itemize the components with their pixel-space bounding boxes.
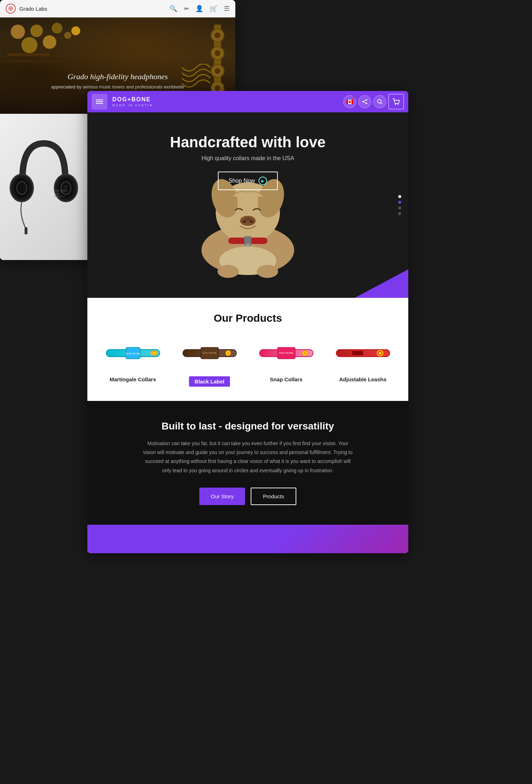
svg-point-13 bbox=[17, 182, 27, 194]
hamburger-icon bbox=[96, 98, 103, 105]
product-image-leash bbox=[328, 335, 398, 371]
svg-line-28 bbox=[364, 100, 366, 101]
svg-point-40 bbox=[242, 220, 246, 223]
products-section: Our Products DOG+BO bbox=[87, 298, 408, 401]
purple-wave-decoration bbox=[355, 269, 408, 298]
workshop-circle bbox=[21, 37, 37, 53]
svg-point-63 bbox=[304, 352, 306, 354]
menu-icon[interactable]: ☰ bbox=[224, 5, 230, 12]
scroll-dot-1[interactable] bbox=[398, 195, 401, 198]
built-heading: Built to last - designed for versatility bbox=[109, 421, 387, 432]
dogbone-logo-sub: MADE IN AUSTIN bbox=[112, 103, 343, 107]
svg-point-26 bbox=[362, 101, 364, 102]
workshop-circle bbox=[30, 25, 43, 37]
shop-now-button[interactable]: Shop Now ▶ bbox=[218, 172, 278, 190]
svg-point-30 bbox=[378, 100, 381, 103]
product-label-leash: Adjustable Leashs bbox=[328, 376, 398, 382]
grado-hero-subtext: appreciated by serious music lovers and … bbox=[0, 84, 235, 90]
built-description: Motivation can take you far, but it can … bbox=[141, 439, 355, 475]
scroll-dot-3[interactable] bbox=[398, 207, 401, 209]
svg-text:DOG+BONE: DOG+BONE bbox=[203, 352, 217, 354]
workshop-circle bbox=[52, 23, 62, 34]
svg-point-47 bbox=[257, 265, 278, 278]
product-label-snap: Snap Collars bbox=[251, 376, 321, 382]
svg-text:SR8: SR8 bbox=[55, 193, 60, 195]
workshop-circle bbox=[43, 35, 56, 49]
headphone-image: THE PRES SR8 0. GRADO LA bbox=[0, 114, 87, 260]
svg-line-31 bbox=[381, 103, 382, 104]
search-icon[interactable] bbox=[373, 95, 386, 108]
workshop-circle bbox=[11, 25, 25, 39]
product-image-martingale: DOG+BONE bbox=[98, 335, 168, 371]
product-grid: DOG+BONE Martingale Collars bbox=[98, 335, 398, 387]
hero-text-block: Handcrafted with love High quality colla… bbox=[87, 134, 408, 190]
scroll-dot-2[interactable] bbox=[398, 201, 401, 204]
dogbone-window: DOG+BONE MADE IN AUSTIN 🇨🇦 bbox=[87, 91, 408, 553]
svg-rect-52 bbox=[151, 351, 157, 355]
svg-text:DOG+BONE: DOG+BONE bbox=[279, 352, 293, 354]
scroll-dot-4[interactable] bbox=[398, 212, 401, 215]
svg-point-41 bbox=[250, 220, 253, 223]
svg-text:0.: 0. bbox=[61, 192, 63, 194]
workshop-circle bbox=[64, 32, 71, 39]
dogbone-navbar: DOG+BONE MADE IN AUSTIN 🇨🇦 bbox=[87, 91, 408, 112]
svg-line-29 bbox=[364, 102, 366, 103]
hamburger-button[interactable] bbox=[92, 94, 107, 110]
grado-logo bbox=[6, 4, 16, 14]
hero-heading: Handcrafted with love bbox=[87, 134, 408, 151]
svg-point-27 bbox=[366, 103, 367, 104]
svg-point-67 bbox=[379, 352, 382, 355]
cart-icon[interactable]: 🛒 bbox=[210, 5, 218, 12]
product-image-blacklabel: DOG+BONE bbox=[175, 335, 244, 371]
share-icon[interactable]: ⤔ bbox=[184, 5, 189, 12]
headphone-art: THE PRES SR8 0. GRADO LA bbox=[8, 136, 80, 238]
grado-nav: 🔍 ⤔ 👤 🛒 ☰ bbox=[169, 5, 230, 12]
cart-button[interactable] bbox=[388, 94, 404, 110]
workshop-table bbox=[7, 53, 50, 56]
svg-rect-65 bbox=[352, 351, 363, 355]
svg-text:DOG+BONE: DOG+BONE bbox=[126, 352, 140, 355]
svg-rect-20 bbox=[25, 227, 27, 234]
hero-subtext: High quality collars made in the USA bbox=[87, 155, 408, 162]
product-card-snap: DOG+BONE Snap Collars bbox=[251, 335, 321, 387]
flag-dot bbox=[352, 96, 355, 100]
product-card-leash: Adjustable Leashs bbox=[328, 335, 398, 387]
play-icon: ▶ bbox=[259, 177, 267, 185]
user-icon[interactable]: 👤 bbox=[195, 5, 203, 12]
svg-point-32 bbox=[395, 104, 396, 105]
svg-text:GRADO LA: GRADO LA bbox=[54, 195, 65, 197]
svg-point-25 bbox=[366, 99, 367, 101]
product-image-snap: DOG+BONE bbox=[251, 335, 321, 371]
svg-point-17 bbox=[64, 186, 65, 187]
built-buttons: Our Story Products bbox=[109, 488, 387, 505]
dogbone-hero: Handcrafted with love High quality colla… bbox=[87, 112, 408, 298]
product-card-blacklabel: DOG+BONE Black Label bbox=[175, 335, 244, 387]
products-button[interactable]: Products bbox=[251, 488, 296, 505]
grado-title: Grado Labs bbox=[19, 6, 47, 12]
workshop-table bbox=[4, 60, 75, 62]
svg-point-18 bbox=[66, 186, 67, 187]
workshop-circle bbox=[71, 26, 80, 35]
bottom-bar bbox=[87, 525, 408, 553]
navbar-icons: 🇨🇦 bbox=[343, 94, 404, 110]
built-section: Built to last - designed for versatility… bbox=[87, 401, 408, 525]
search-icon[interactable]: 🔍 bbox=[169, 5, 177, 12]
product-card-martingale: DOG+BONE Martingale Collars bbox=[98, 335, 168, 387]
our-story-button[interactable]: Our Story bbox=[199, 488, 245, 505]
share-icon[interactable] bbox=[358, 95, 371, 108]
svg-point-58 bbox=[227, 352, 229, 354]
dogbone-logo: DOG+BONE MADE IN AUSTIN bbox=[112, 96, 343, 107]
svg-point-6 bbox=[215, 50, 220, 56]
grado-hero-heading: Grado high-fidelity headphones bbox=[0, 72, 235, 81]
grado-titlebar: Grado Labs 🔍 ⤔ 👤 🛒 ☰ bbox=[0, 0, 235, 17]
shop-now-label: Shop Now bbox=[229, 178, 255, 184]
svg-point-4 bbox=[215, 32, 220, 38]
scroll-dots bbox=[398, 195, 401, 215]
product-label-blacklabel: Black Label bbox=[175, 376, 244, 387]
flag-icon[interactable]: 🇨🇦 bbox=[343, 95, 356, 108]
svg-point-1 bbox=[10, 8, 11, 9]
svg-point-33 bbox=[398, 104, 399, 105]
product-label-martingale: Martingale Collars bbox=[98, 376, 168, 382]
svg-point-46 bbox=[218, 265, 239, 278]
products-heading: Our Products bbox=[98, 312, 398, 324]
